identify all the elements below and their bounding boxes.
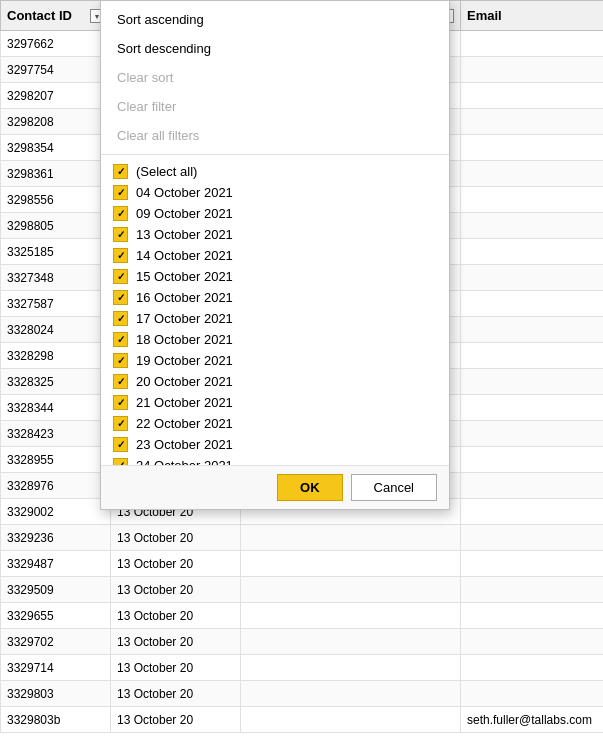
cancel-button[interactable]: Cancel [351, 474, 437, 501]
cell-contact-id: 3329487 [1, 551, 111, 577]
filter-checkbox[interactable] [113, 416, 128, 431]
menu-item-sort-descending[interactable]: Sort descending [101, 34, 449, 63]
filter-item-label: 20 October 2021 [136, 374, 233, 389]
filter-item[interactable]: 16 October 2021 [101, 287, 449, 308]
filter-item-label: 16 October 2021 [136, 290, 233, 305]
cell-marketing-name [241, 603, 461, 629]
filter-item-label: 15 October 2021 [136, 269, 233, 284]
table-row: 332970213 October 20 [1, 629, 604, 655]
cell-create-date: 13 October 20 [111, 577, 241, 603]
dropdown-footer: OK Cancel [101, 465, 449, 509]
filter-checkbox[interactable] [113, 269, 128, 284]
cell-email [461, 83, 604, 109]
filter-item[interactable]: 20 October 2021 [101, 371, 449, 392]
cell-email [461, 109, 604, 135]
filter-item[interactable]: 22 October 2021 [101, 413, 449, 434]
cell-email [461, 395, 604, 421]
cell-email [461, 447, 604, 473]
filter-item-label: 14 October 2021 [136, 248, 233, 263]
filter-item[interactable]: 13 October 2021 [101, 224, 449, 245]
cell-email [461, 161, 604, 187]
cell-email [461, 603, 604, 629]
cell-contact-id: 3327587 [1, 291, 111, 317]
cell-email [461, 135, 604, 161]
filter-item-label: 24 October 2021 [136, 458, 233, 465]
filter-item[interactable]: 17 October 2021 [101, 308, 449, 329]
cell-contact-id: 3298805 [1, 213, 111, 239]
cell-contact-id: 3328325 [1, 369, 111, 395]
filter-item-label: 17 October 2021 [136, 311, 233, 326]
table-row: 332948713 October 20 [1, 551, 604, 577]
cell-email [461, 577, 604, 603]
filter-checkbox[interactable] [113, 332, 128, 347]
table-row: 332965513 October 20 [1, 603, 604, 629]
filter-item[interactable]: 18 October 2021 [101, 329, 449, 350]
filter-item[interactable]: 21 October 2021 [101, 392, 449, 413]
filter-checkbox[interactable] [113, 311, 128, 326]
menu-item-clear-filter: Clear filter [101, 92, 449, 121]
filter-checkbox[interactable] [113, 353, 128, 368]
filter-item-label: 23 October 2021 [136, 437, 233, 452]
filter-item-label: 09 October 2021 [136, 206, 233, 221]
filter-checkbox[interactable] [113, 458, 128, 465]
filter-checkbox[interactable] [113, 164, 128, 179]
cell-marketing-name [241, 655, 461, 681]
cell-contact-id: 3329655 [1, 603, 111, 629]
cell-marketing-name [241, 551, 461, 577]
table-row: 3329803b13 October 20seth.fuller@tallabs… [1, 707, 604, 733]
menu-item-sort-ascending[interactable]: Sort ascending [101, 5, 449, 34]
cell-contact-id: 3328298 [1, 343, 111, 369]
filter-checkbox[interactable] [113, 395, 128, 410]
cell-email [461, 31, 604, 57]
filter-item[interactable]: 24 October 2021 [101, 455, 449, 465]
cell-contact-id: 3298208 [1, 109, 111, 135]
col-header-contact-id[interactable]: Contact ID [1, 1, 111, 31]
table-container: Contact ID Create Date Marketing Contact… [0, 0, 603, 750]
cell-email [461, 473, 604, 499]
cell-marketing-name [241, 525, 461, 551]
cell-marketing-name [241, 577, 461, 603]
cell-contact-id: 3329702 [1, 629, 111, 655]
filter-checkbox[interactable] [113, 437, 128, 452]
filter-item[interactable]: 15 October 2021 [101, 266, 449, 287]
filter-checkbox[interactable] [113, 206, 128, 221]
cell-contact-id: 3298361 [1, 161, 111, 187]
filter-item[interactable]: 09 October 2021 [101, 203, 449, 224]
cell-email [461, 551, 604, 577]
filter-item[interactable]: (Select all) [101, 161, 449, 182]
filter-checkbox[interactable] [113, 374, 128, 389]
table-row: 332950913 October 20 [1, 577, 604, 603]
cell-email [461, 681, 604, 707]
cell-contact-id: 3298556 [1, 187, 111, 213]
filter-item[interactable]: 14 October 2021 [101, 245, 449, 266]
col-header-email-label: Email [467, 8, 502, 23]
filter-checkbox[interactable] [113, 290, 128, 305]
filter-item-label: 04 October 2021 [136, 185, 233, 200]
ok-button[interactable]: OK [277, 474, 343, 501]
cell-create-date: 13 October 20 [111, 525, 241, 551]
cell-create-date: 13 October 20 [111, 603, 241, 629]
cell-email: seth.fuller@tallabs.com [461, 707, 604, 733]
cell-email [461, 239, 604, 265]
menu-item-clear-all-filters: Clear all filters [101, 121, 449, 150]
cell-contact-id: 3328955 [1, 447, 111, 473]
filter-checkbox[interactable] [113, 248, 128, 263]
cell-create-date: 13 October 20 [111, 551, 241, 577]
filter-list[interactable]: (Select all)04 October 202109 October 20… [101, 155, 449, 465]
filter-item[interactable]: 19 October 2021 [101, 350, 449, 371]
filter-checkbox[interactable] [113, 185, 128, 200]
cell-email [461, 265, 604, 291]
cell-marketing-name [241, 629, 461, 655]
cell-contact-id: 3329002 [1, 499, 111, 525]
filter-item[interactable]: 23 October 2021 [101, 434, 449, 455]
col-header-email[interactable]: Email [461, 1, 604, 31]
cell-contact-id: 3328423 [1, 421, 111, 447]
filter-item[interactable]: 04 October 2021 [101, 182, 449, 203]
cell-contact-id: 3329236 [1, 525, 111, 551]
filter-item-label: 21 October 2021 [136, 395, 233, 410]
cell-email [461, 317, 604, 343]
filter-item-label: (Select all) [136, 164, 197, 179]
cell-contact-id: 3297662 [1, 31, 111, 57]
filter-checkbox[interactable] [113, 227, 128, 242]
cell-email [461, 369, 604, 395]
